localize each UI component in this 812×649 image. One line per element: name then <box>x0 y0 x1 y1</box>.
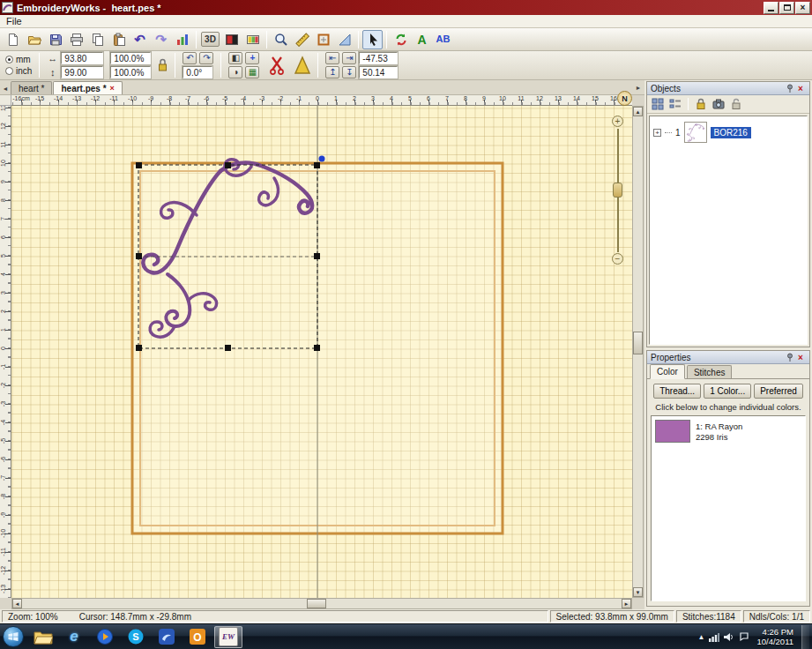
scroll-left-button[interactable]: ◄ <box>12 599 22 608</box>
unlock-button[interactable] <box>728 97 744 112</box>
pin-icon[interactable] <box>785 352 795 362</box>
tab-color[interactable]: Color <box>650 364 685 379</box>
tab-heart[interactable]: heart * <box>11 81 52 94</box>
scale-x-field[interactable]: 100.0% <box>110 52 151 64</box>
unit-mm-radio[interactable]: mm <box>5 55 32 64</box>
paste-button[interactable] <box>108 30 129 49</box>
scale-y-field[interactable]: 100.0% <box>110 66 151 78</box>
redo-button[interactable]: ↷ <box>151 30 171 49</box>
design-canvas[interactable] <box>11 106 632 598</box>
taskbar-ie-button[interactable]: e <box>60 626 88 648</box>
taskbar-messenger-button[interactable] <box>153 626 181 648</box>
close-button[interactable]: × <box>795 2 810 14</box>
thread-swatch[interactable] <box>655 420 690 443</box>
stitch-player-button[interactable] <box>172 30 192 49</box>
zoom-thumb[interactable] <box>613 183 622 198</box>
hscroll-thumb[interactable] <box>307 599 326 608</box>
undo-button[interactable]: ↶ <box>130 30 150 49</box>
lettering-button[interactable]: A <box>412 30 432 49</box>
measure-button[interactable] <box>292 30 312 49</box>
print-button[interactable] <box>66 30 86 49</box>
zoom-in-button[interactable]: + <box>612 116 623 127</box>
taskbar-media-player-button[interactable] <box>91 626 119 648</box>
taskbar-clock[interactable]: 4:26 PM 10/4/2011 <box>753 627 797 647</box>
action-center-icon[interactable] <box>739 632 749 642</box>
angle-field[interactable]: 0.0° <box>183 66 212 78</box>
copy-button[interactable] <box>87 30 108 49</box>
thread-button[interactable]: Thread... <box>653 384 701 399</box>
align-top-button[interactable]: ↥ <box>325 66 339 78</box>
rotate-right-button[interactable]: ↷ <box>199 52 213 64</box>
scroll-up-button[interactable]: ▲ <box>633 107 643 116</box>
monogram-button[interactable]: AB <box>433 30 453 49</box>
tab-heart-pes[interactable]: heart.pes * × <box>53 81 122 94</box>
show-hidden-icons-button[interactable]: ▲ <box>698 633 705 641</box>
select-tool-button[interactable] <box>362 30 383 49</box>
unit-inch-radio[interactable]: inch <box>5 66 32 76</box>
tab-scroll-right-button[interactable]: ► <box>633 82 644 93</box>
hoop-button[interactable] <box>313 30 333 49</box>
tab-scroll-left-button[interactable]: ◄ <box>0 83 11 94</box>
thread-color-row[interactable]: 1: RA Rayon 2298 Iris <box>655 420 801 443</box>
open-button[interactable] <box>24 30 44 49</box>
object-name[interactable]: BOR216 <box>711 127 751 138</box>
tree-expander[interactable]: + <box>653 129 661 137</box>
color-film-button[interactable] <box>242 30 263 49</box>
maximize-button[interactable] <box>779 2 794 14</box>
pos-x-field[interactable]: -47.53 <box>359 52 398 64</box>
horizontal-scrollbar[interactable]: ◄ ► <box>11 598 632 609</box>
large-icons-view-button[interactable] <box>650 97 666 112</box>
taskbar-outlook-button[interactable]: O <box>183 626 212 648</box>
save-button[interactable] <box>45 30 65 49</box>
ruler-label-v: -3 <box>0 398 9 410</box>
pin-icon[interactable] <box>785 83 795 93</box>
one-color-button[interactable]: 1 Color... <box>704 384 751 399</box>
preferred-button[interactable]: Preferred <box>754 384 803 399</box>
vscroll-thumb[interactable] <box>633 332 643 354</box>
contrast-button[interactable]: ◧ <box>228 52 242 64</box>
rotation-handle[interactable] <box>319 156 325 162</box>
object-thumbnail[interactable] <box>684 122 707 143</box>
start-button[interactable] <box>3 626 24 647</box>
scroll-down-button[interactable]: ▼ <box>633 587 643 597</box>
center-design-button[interactable]: + <box>245 52 259 64</box>
zoom-out-button[interactable]: − <box>612 253 623 265</box>
taskbar-explorer-button[interactable] <box>29 626 57 648</box>
vertical-scrollbar[interactable]: ▲ ▼ <box>632 106 644 598</box>
menu-file[interactable]: File <box>0 16 28 26</box>
objects-close-icon[interactable]: × <box>795 84 806 93</box>
object-row[interactable]: + 1 BOR216 <box>650 116 807 148</box>
list-view-button[interactable] <box>667 97 683 112</box>
color-sort-button[interactable] <box>391 30 411 49</box>
background-button[interactable]: ◑ <box>228 66 242 78</box>
slow-draw-icon[interactable] <box>294 55 310 76</box>
lock-button[interactable] <box>693 97 709 112</box>
tab-stitches[interactable]: Stitches <box>687 365 733 378</box>
view-3d-button[interactable]: 3D <box>200 30 220 49</box>
volume-icon[interactable] <box>724 632 734 642</box>
pos-y-field[interactable]: 50.14 <box>359 66 398 78</box>
minimize-button[interactable] <box>764 2 778 14</box>
grid-setup-button[interactable] <box>334 30 354 49</box>
align-left-button[interactable]: ⇤ <box>325 52 339 64</box>
taskbar-embroideryworks-button[interactable]: EW <box>214 626 242 648</box>
show-grid-button[interactable]: ▦ <box>245 66 259 78</box>
minimize-icon <box>768 10 774 11</box>
show-desktop-button[interactable] <box>801 625 809 649</box>
width-field[interactable]: 93.80 <box>61 52 103 64</box>
align-right-button[interactable]: ⇥ <box>342 52 356 64</box>
snapshot-button[interactable] <box>711 97 726 112</box>
tab-close-icon[interactable]: × <box>110 84 115 93</box>
zoom-button[interactable] <box>271 30 291 49</box>
network-icon[interactable] <box>709 632 719 642</box>
taskbar-skype-button[interactable]: S <box>122 626 150 648</box>
lock-aspect-icon[interactable] <box>158 57 168 73</box>
thread-trim-button[interactable] <box>266 53 287 78</box>
align-bottom-button[interactable]: ↧ <box>342 66 356 78</box>
new-button[interactable] <box>3 30 23 49</box>
height-field[interactable]: 99.00 <box>61 66 103 78</box>
scroll-right-button[interactable]: ► <box>622 599 631 608</box>
rotate-left-button[interactable]: ↶ <box>183 52 197 64</box>
properties-close-icon[interactable]: × <box>795 353 806 362</box>
realistic-view-button[interactable] <box>221 30 242 49</box>
